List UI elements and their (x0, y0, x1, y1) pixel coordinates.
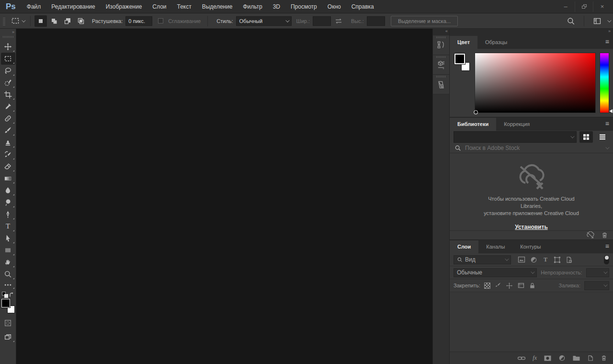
menu-item-help[interactable]: Справка (346, 0, 379, 13)
new-layer-icon[interactable] (587, 354, 594, 362)
tool-preset-picker[interactable] (9, 16, 26, 26)
minimize-button[interactable]: – (556, 1, 575, 12)
zoom-tool[interactable] (1, 268, 15, 280)
link-layers-icon[interactable] (517, 355, 526, 362)
new-selection-button[interactable] (34, 15, 47, 27)
new-adjustment-layer-icon[interactable] (558, 354, 566, 362)
intersect-selection-button[interactable] (75, 15, 87, 27)
type-tool[interactable]: T (1, 220, 15, 232)
clone-stamp-tool[interactable] (1, 136, 15, 148)
panel-menu-icon[interactable]: ≡ (605, 120, 609, 127)
layer-filtering-toggle[interactable] (604, 255, 609, 264)
default-colors-icon[interactable] (2, 292, 8, 298)
quick-mask-button[interactable] (1, 317, 15, 329)
foreground-background-colors[interactable] (1, 299, 15, 313)
close-button[interactable]: × (593, 1, 611, 12)
eraser-tool[interactable] (1, 160, 15, 172)
tab-adjustments[interactable]: Коррекция (496, 118, 537, 131)
select-and-mask-button[interactable]: Выделение и маска... (391, 16, 458, 26)
cc-sync-status-icon[interactable] (586, 231, 595, 239)
search-icon[interactable] (567, 17, 575, 25)
foreground-color-swatch[interactable] (454, 54, 465, 64)
rectangle-shape-tool[interactable] (1, 244, 15, 256)
menu-item-filter[interactable]: Фильтр (238, 0, 267, 13)
color-swatches-widget[interactable] (454, 53, 471, 113)
fill-dropdown[interactable] (584, 281, 609, 290)
add-to-selection-button[interactable] (48, 15, 60, 27)
stock-search-row[interactable] (450, 143, 613, 153)
workspace-switcher-icon[interactable] (593, 17, 602, 25)
add-layer-mask-icon[interactable] (544, 355, 552, 362)
pen-tool[interactable] (1, 208, 15, 220)
dodge-tool[interactable] (1, 196, 15, 208)
dock-collapse-toggle[interactable]: » (450, 29, 613, 35)
history-brush-tool[interactable] (1, 148, 15, 160)
restore-button[interactable] (575, 1, 593, 12)
lock-image-pixels-icon[interactable] (495, 282, 501, 289)
swap-colors-icon[interactable] (9, 292, 14, 298)
lock-transparent-pixels-icon[interactable] (484, 283, 490, 289)
antialias-checkbox[interactable] (158, 18, 163, 23)
spot-healing-brush-tool[interactable] (1, 113, 15, 125)
swap-width-height-icon[interactable] (334, 17, 343, 25)
edit-toolbar-button[interactable] (1, 280, 15, 290)
saturation-brightness-field[interactable] (475, 53, 596, 113)
tab-swatches[interactable]: Образцы (477, 36, 515, 49)
tools-grip[interactable] (3, 36, 13, 38)
crop-tool[interactable] (1, 89, 15, 101)
options-grip[interactable] (3, 17, 5, 25)
lock-all-icon[interactable] (529, 282, 535, 289)
lasso-tool[interactable] (1, 65, 15, 77)
path-selection-tool[interactable] (1, 232, 15, 244)
opacity-dropdown[interactable] (586, 268, 609, 277)
delete-icon[interactable] (601, 231, 608, 239)
width-input[interactable] (313, 16, 331, 26)
style-dropdown[interactable]: Обычный (236, 16, 292, 26)
new-group-icon[interactable] (572, 355, 580, 362)
feather-input[interactable] (125, 16, 152, 26)
filter-adjustment-layers-icon[interactable] (530, 256, 537, 263)
screen-mode-button[interactable] (1, 331, 15, 343)
tab-color[interactable]: Цвет (450, 36, 477, 49)
height-input[interactable] (367, 16, 385, 26)
filter-shape-layers-icon[interactable] (554, 256, 561, 263)
info-panel-button[interactable] (433, 75, 449, 94)
foreground-color-swatch[interactable] (1, 299, 10, 307)
gradient-tool[interactable] (1, 172, 15, 184)
lock-artboard-icon[interactable] (517, 282, 525, 289)
hand-tool[interactable] (1, 256, 15, 268)
hue-slider[interactable] (600, 53, 609, 113)
color-field-marker[interactable] (474, 110, 478, 114)
menu-item-window[interactable]: Окно (322, 0, 346, 13)
properties-panel-button[interactable] (433, 55, 449, 75)
dock-expand-toggle[interactable]: « (433, 29, 449, 35)
tab-paths[interactable]: Контуры (512, 240, 548, 253)
lock-position-icon[interactable] (506, 282, 513, 289)
layers-list[interactable] (450, 292, 613, 352)
tools-collapse-toggle[interactable]: » (0, 29, 16, 34)
menu-item-view[interactable]: Просмотр (285, 0, 322, 13)
hue-slider-thumb[interactable] (609, 109, 613, 113)
install-link[interactable]: Установить (515, 224, 548, 230)
document-canvas-area[interactable] (16, 29, 432, 364)
quick-selection-tool[interactable] (1, 77, 15, 89)
panel-menu-icon[interactable]: ≡ (605, 38, 609, 45)
brush-tool[interactable] (1, 125, 15, 136)
library-select-dropdown[interactable] (454, 131, 577, 143)
menu-item-image[interactable]: Изображение (101, 0, 148, 13)
history-panel-button[interactable] (433, 35, 449, 55)
menu-item-select[interactable]: Выделение (197, 0, 238, 13)
rectangular-marquee-tool[interactable] (1, 53, 15, 65)
menu-item-file[interactable]: Файл (22, 0, 46, 13)
subtract-from-selection-button[interactable] (61, 15, 74, 27)
layer-style-icon[interactable]: fx (533, 354, 537, 362)
move-tool[interactable] (1, 41, 15, 53)
menu-item-edit[interactable]: Редактирование (46, 0, 100, 13)
menu-item-type[interactable]: Текст (172, 0, 197, 13)
list-view-button[interactable] (596, 131, 609, 143)
menu-item-layers[interactable]: Слои (147, 0, 171, 13)
filter-pixel-layers-icon[interactable] (518, 256, 525, 263)
tab-libraries[interactable]: Библиотеки (450, 118, 496, 131)
tab-layers[interactable]: Слои (450, 240, 478, 253)
stock-search-input[interactable] (465, 145, 602, 151)
